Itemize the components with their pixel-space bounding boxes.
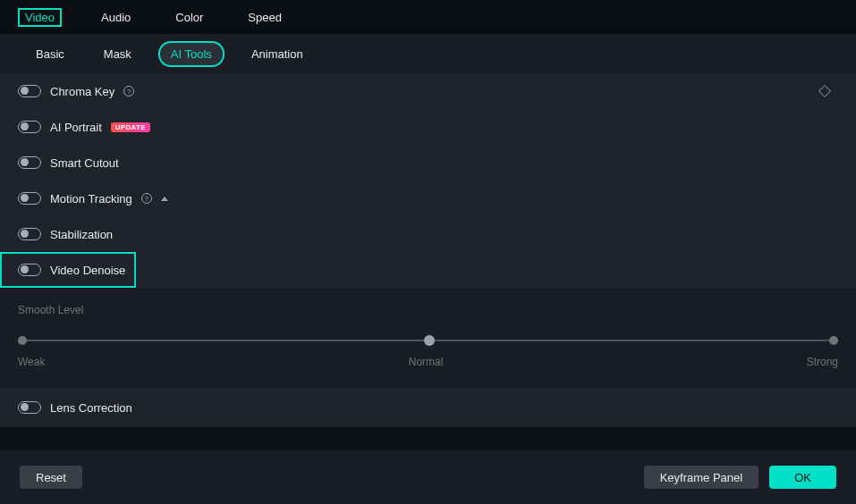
tab-color[interactable]: Color — [170, 9, 208, 26]
chroma-key-label: Chroma Key — [50, 85, 114, 98]
subtab-mask[interactable]: Mask — [93, 43, 142, 65]
main-tab-bar: Video Audio Color Speed — [0, 0, 856, 34]
stabilization-label: Stabilization — [50, 228, 113, 241]
keyframe-diamond-icon[interactable] — [818, 85, 831, 97]
smart-cutout-label: Smart Cutout — [50, 156, 119, 170]
slider-labels: Weak Normal Strong — [18, 356, 838, 368]
lens-correction-toggle[interactable] — [18, 401, 41, 414]
slider-label-normal: Normal — [409, 356, 444, 368]
ai-portrait-toggle[interactable] — [18, 121, 41, 133]
smart-cutout-toggle[interactable] — [18, 156, 41, 169]
subtab-animation[interactable]: Animation — [241, 43, 314, 65]
slider-stop-strong[interactable] — [829, 336, 838, 345]
sub-tab-bar: Basic Mask AI Tools Animation — [0, 34, 856, 73]
tab-audio[interactable]: Audio — [96, 9, 136, 26]
video-denoise-section: Smooth Level Weak Normal Strong — [0, 288, 856, 388]
slider-label-weak: Weak — [18, 356, 45, 368]
video-denoise-toggle[interactable] — [18, 264, 41, 276]
footer-bar: Reset Keyframe Panel OK — [0, 450, 856, 504]
slider-label-strong: Strong — [807, 356, 838, 368]
update-badge: UPDATE — [111, 122, 150, 132]
caret-up-icon[interactable] — [161, 197, 168, 201]
stabilization-row: Stabilization — [0, 216, 856, 252]
smart-cutout-row: Smart Cutout — [0, 145, 856, 181]
ai-tools-panel: Chroma Key ? AI Portrait UPDATE Smart Cu… — [0, 73, 856, 427]
tab-speed[interactable]: Speed — [242, 9, 287, 26]
help-icon[interactable]: ? — [123, 86, 134, 97]
chroma-key-row: Chroma Key ? — [0, 73, 856, 109]
motion-tracking-label: Motion Tracking — [50, 192, 132, 206]
keyframe-panel-button[interactable]: Keyframe Panel — [644, 466, 759, 489]
video-denoise-label: Video Denoise — [50, 264, 125, 277]
ai-portrait-row: AI Portrait UPDATE — [0, 109, 856, 145]
subtab-basic[interactable]: Basic — [25, 43, 75, 65]
tab-video[interactable]: Video — [18, 8, 62, 27]
smooth-level-label: Smooth Level — [18, 304, 838, 316]
reset-button[interactable]: Reset — [20, 466, 82, 489]
slider-thumb[interactable] — [424, 335, 435, 346]
ai-portrait-label: AI Portrait — [50, 121, 102, 134]
slider-stop-weak[interactable] — [18, 336, 27, 345]
lens-correction-label: Lens Correction — [50, 401, 132, 415]
video-denoise-row: Video Denoise — [0, 252, 136, 288]
smooth-level-slider[interactable] — [18, 332, 838, 350]
motion-tracking-toggle[interactable] — [18, 192, 41, 205]
subtab-ai-tools[interactable]: AI Tools — [158, 41, 225, 67]
lens-correction-row: Lens Correction — [0, 388, 856, 427]
ok-button[interactable]: OK — [769, 466, 836, 489]
motion-tracking-row: Motion Tracking ? — [0, 181, 856, 216]
help-icon[interactable]: ? — [141, 193, 152, 204]
chroma-key-toggle[interactable] — [18, 85, 41, 97]
stabilization-toggle[interactable] — [18, 228, 41, 240]
